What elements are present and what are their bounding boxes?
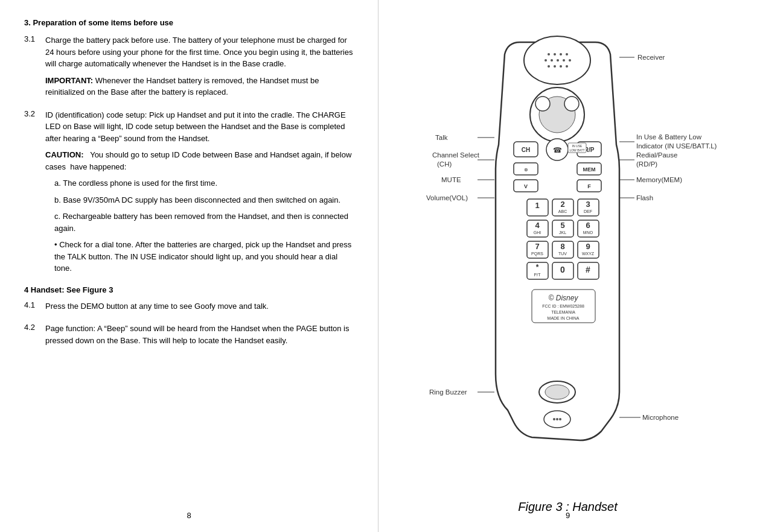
svg-text:P/T: P/T xyxy=(534,273,541,277)
svg-text:6: 6 xyxy=(586,221,590,230)
figure-area: CH R/P ☎ IN USE LOW BATT ⊗ MEM xyxy=(385,12,751,494)
memory-label: Memory(MEM) xyxy=(636,176,682,183)
section-num-4-1: 4.1 xyxy=(24,300,45,317)
svg-point-16 xyxy=(535,97,550,111)
section-num-3-2: 3.2 xyxy=(24,109,45,279)
svg-point-77 xyxy=(556,418,558,420)
svg-point-9 xyxy=(569,59,571,62)
flash-label: Flash xyxy=(636,194,653,201)
section-4-title: 4 Handset: See Figure 3 xyxy=(24,285,354,294)
ring-buzzer-label: Ring Buzzer xyxy=(429,388,467,396)
svg-text:0: 0 xyxy=(560,265,565,274)
svg-text:CH: CH xyxy=(521,147,529,153)
svg-text:7: 7 xyxy=(535,242,539,251)
svg-text:1: 1 xyxy=(535,201,539,210)
svg-text:© Disney: © Disney xyxy=(548,294,578,302)
svg-text:MADE IN CHINA: MADE IN CHINA xyxy=(547,316,579,320)
svg-text:#: # xyxy=(586,265,590,274)
handset-diagram: CH R/P ☎ IN USE LOW BATT ⊗ MEM xyxy=(399,12,737,452)
caution-b: b. Base 9V/350mA DC supply has been disc… xyxy=(54,194,354,206)
channel-label: Channel Select xyxy=(432,151,480,159)
svg-text:2: 2 xyxy=(560,200,564,209)
page-number-right: 9 xyxy=(566,511,570,520)
section-3-2-text: ID (identification) code setup: Pick up … xyxy=(45,109,354,145)
rdp-label: (RD/P) xyxy=(636,160,657,168)
svg-text:TELEMANIA: TELEMANIA xyxy=(551,310,575,314)
svg-text:V: V xyxy=(523,183,527,189)
svg-point-10 xyxy=(548,65,550,68)
svg-text:ABC: ABC xyxy=(558,209,566,214)
indicator-label: Indicator (IN USE/BATT.L) xyxy=(636,142,717,150)
svg-point-6 xyxy=(551,59,553,62)
caution-bullet: • Check for a dial tone. After the batte… xyxy=(54,239,354,274)
section-3-1-important: IMPORTANT: Whenever the Handset battery … xyxy=(45,75,354,98)
svg-text:3: 3 xyxy=(586,200,590,209)
svg-point-78 xyxy=(559,418,561,420)
section-4-1-text: Press the DEMO button at any time to see… xyxy=(45,300,354,312)
section-content-4-1: Press the DEMO button at any time to see… xyxy=(45,300,354,317)
svg-point-2 xyxy=(554,53,556,55)
ch-label: (CH) xyxy=(437,160,452,168)
svg-text:8: 8 xyxy=(560,242,564,251)
section-title: 3. Preparation of some items before use xyxy=(24,18,354,27)
right-page: CH R/P ☎ IN USE LOW BATT ⊗ MEM xyxy=(378,0,757,532)
svg-point-8 xyxy=(563,59,565,62)
svg-text:9: 9 xyxy=(586,242,590,251)
svg-text:☎: ☎ xyxy=(552,146,561,154)
svg-point-12 xyxy=(560,65,562,68)
section-3-2-caution: CAUTION: You should go to setup ID Code … xyxy=(45,149,354,173)
microphone-label: Microphone xyxy=(642,414,679,421)
redial-label: Redial/Pause xyxy=(636,151,677,159)
svg-text:GHI: GHI xyxy=(533,230,541,235)
svg-text:5: 5 xyxy=(560,221,564,230)
svg-point-7 xyxy=(557,59,559,62)
section-4-2: 4.2 Page function: A “Beep” sound will b… xyxy=(24,323,354,351)
section-4-1: 4.1 Press the DEMO button at any time to… xyxy=(24,300,354,317)
caution-c: c. Rechargeable battery has been removed… xyxy=(54,211,354,234)
svg-point-5 xyxy=(545,59,547,62)
svg-text:PQRS: PQRS xyxy=(531,252,543,256)
svg-text:FCC ID : EMW025288: FCC ID : EMW025288 xyxy=(542,304,584,308)
svg-point-3 xyxy=(560,53,562,55)
svg-point-74 xyxy=(545,385,569,399)
svg-text:F: F xyxy=(587,183,591,189)
section-3-1: 3.1 Charge the battery pack before use. … xyxy=(24,34,354,103)
section-content-3-2: ID (identification) code setup: Pick up … xyxy=(45,109,354,279)
svg-text:JKL: JKL xyxy=(558,230,566,235)
svg-point-76 xyxy=(553,418,555,420)
page-number-left: 8 xyxy=(187,511,191,520)
section-num-3-1: 3.1 xyxy=(24,34,45,103)
section-content-4-2: Page function: A “Beep” sound will be he… xyxy=(45,323,354,351)
svg-text:WXYZ: WXYZ xyxy=(581,252,594,256)
svg-point-13 xyxy=(566,65,568,68)
receiver-label: Receiver xyxy=(637,54,665,61)
section-4-2-text: Page function: A “Beep” sound will be he… xyxy=(45,323,354,346)
talk-label: Talk xyxy=(435,134,448,141)
svg-text:*: * xyxy=(535,263,538,271)
svg-point-4 xyxy=(566,53,568,55)
section-4: 4 Handset: See Figure 3 4.1 Press the DE… xyxy=(24,285,354,352)
svg-text:MEM: MEM xyxy=(583,166,595,173)
svg-text:4: 4 xyxy=(535,221,540,230)
caution-a: a. The cordless phone is used for the fi… xyxy=(54,177,354,189)
section-content-3-1: Charge the battery pack before use. The … xyxy=(45,34,354,103)
svg-text:MNO: MNO xyxy=(583,230,593,235)
svg-text:LOW BATT: LOW BATT xyxy=(569,148,584,152)
in-use-label: In Use & Battery Low xyxy=(636,133,702,141)
caution-list: a. The cordless phone is used for the fi… xyxy=(54,177,354,274)
svg-point-17 xyxy=(564,97,579,111)
section-3-1-text: Charge the battery pack before use. The … xyxy=(45,34,354,70)
left-page: 3. Preparation of some items before use … xyxy=(0,0,378,532)
svg-text:TUV: TUV xyxy=(558,252,567,256)
svg-point-1 xyxy=(548,53,550,55)
svg-text:DEF: DEF xyxy=(584,209,592,214)
section-3-2: 3.2 ID (identification) code setup: Pick… xyxy=(24,109,354,279)
svg-text:IN USE: IN USE xyxy=(572,144,582,148)
svg-point-11 xyxy=(554,65,556,68)
svg-text:⊗: ⊗ xyxy=(523,167,528,173)
section-num-4-2: 4.2 xyxy=(24,323,45,351)
volume-label: Volume(VOL) xyxy=(426,194,468,201)
mute-label: MUTE xyxy=(441,176,461,183)
